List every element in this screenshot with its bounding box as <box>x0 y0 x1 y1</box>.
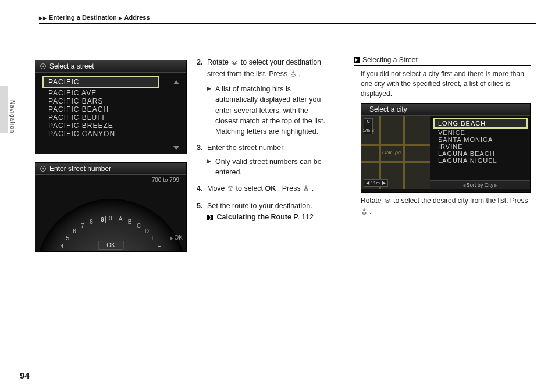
dial-char[interactable]: B <box>128 219 132 225</box>
dial-char[interactable]: 9 <box>99 216 106 223</box>
screen-title: Enter street number <box>35 163 186 175</box>
press-dial-icon <box>290 70 297 80</box>
cross-ref-page: P. 112 <box>293 213 314 221</box>
north-label: N <box>367 119 370 124</box>
step-number: 2. <box>197 57 202 67</box>
list-item[interactable]: VENICE <box>433 129 528 136</box>
scroll-indicator[interactable] <box>171 80 182 150</box>
dial-char[interactable]: A <box>119 216 123 222</box>
rotate-dial-icon <box>383 197 392 207</box>
list-item[interactable]: IRVINE <box>433 143 528 150</box>
step-3: 3. Enter the street number. Only valid s… <box>197 142 332 177</box>
step-text: Set the route to your destination. <box>207 202 312 210</box>
map-label: ONE pn <box>382 149 401 155</box>
arrow-up-icon[interactable] <box>173 80 179 84</box>
dial-char[interactable]: F <box>157 243 161 250</box>
ok-button[interactable]: OK <box>98 241 123 250</box>
press-dial-icon <box>303 184 309 195</box>
dial-char[interactable]: 0 <box>109 215 112 222</box>
mini-map[interactable]: N 1/8mi ONE pn ◀ 11mi ▶ <box>361 116 430 189</box>
input-cursor[interactable]: _ <box>44 179 48 187</box>
city-list: LONG BEACH VENICE SANTA MONICA IRVINE LA… <box>430 116 530 189</box>
road-line <box>361 161 430 163</box>
dial-char[interactable]: D <box>145 228 149 234</box>
note-icon <box>354 57 360 63</box>
svg-point-5 <box>362 212 366 215</box>
dial-char[interactable]: E <box>152 235 156 241</box>
step-2: 2. Rotate to select your destination str… <box>197 57 332 137</box>
dial-char[interactable]: C <box>137 223 141 229</box>
move-dial-icon <box>227 184 234 195</box>
screen-select-street: Select a street PACIFIC PACIFIC AVE PACI… <box>35 60 187 154</box>
triangle-icon: ▶ <box>39 16 42 21</box>
back-icon[interactable] <box>40 166 46 172</box>
arrow-down-icon[interactable] <box>173 146 179 150</box>
section-label: Navigation <box>9 100 16 133</box>
step-text: Enter the street number. <box>207 144 285 152</box>
link-icon: ❯ <box>207 215 213 220</box>
step-number: 4. <box>197 183 202 194</box>
compass-dist: 1/8mi <box>362 128 374 133</box>
svg-point-3 <box>304 189 308 191</box>
sidebar-title: Selecting a Street <box>362 56 418 64</box>
breadcrumb: ▶▶ Entering a Destination ▶ Address <box>39 14 536 24</box>
screen-enter-street-number: Enter street number 700 to 799 _ 1234567… <box>35 162 187 252</box>
road-line <box>403 116 405 189</box>
svg-point-4 <box>386 201 389 203</box>
step-text: Rotate <box>207 58 230 66</box>
svg-point-2 <box>229 186 233 188</box>
dial-char[interactable]: 8 <box>90 219 93 225</box>
sort-by-city[interactable]: Sort by City <box>430 180 530 189</box>
list-item[interactable]: LAGUNA NIGUEL <box>433 157 528 164</box>
list-item[interactable]: PACIFIC AVE <box>42 89 184 97</box>
list-item[interactable]: PACIFIC CANYON <box>42 130 184 138</box>
ok-indicator: OK <box>170 234 183 241</box>
cross-ref: Calculating the Route <box>216 213 291 221</box>
svg-point-0 <box>233 62 236 64</box>
list-item[interactable]: LAGUNA BEACH <box>433 150 528 157</box>
svg-point-1 <box>291 74 295 77</box>
screen-title-text: Enter street number <box>49 165 111 173</box>
screen-select-city: Select a city N 1/8mi ONE pn ◀ 11mi ▶ LO… <box>361 103 531 193</box>
dial-char[interactable]: 6 <box>73 228 76 234</box>
dial-char[interactable]: 5 <box>66 235 69 241</box>
triangle-icon: ▶ <box>43 16 47 21</box>
list-item[interactable]: PACIFIC BLUFF <box>42 113 184 122</box>
screen-title-text: Select a city <box>369 105 407 113</box>
page-number: 94 <box>20 370 30 380</box>
left-column: Select a street PACIFIC PACIFIC AVE PACI… <box>35 60 187 260</box>
step-text: . <box>312 184 314 193</box>
press-dial-icon <box>361 208 368 218</box>
road-line <box>361 144 430 146</box>
compass-icon: N 1/8mi <box>364 118 373 134</box>
scale-tag: ◀ 11mi ▶ <box>364 179 388 187</box>
screen-title: Select a street <box>35 60 186 73</box>
step-sub: A list of matching hits is automatically… <box>207 84 332 137</box>
dial[interactable]: 1234567890ABCDEFGHI OK <box>35 191 186 251</box>
list-item-selected[interactable]: LONG BEACH <box>433 118 528 129</box>
step-text: Move <box>207 184 227 193</box>
step-text: . <box>298 70 300 78</box>
list-item[interactable]: PACIFIC BARS <box>42 97 184 105</box>
caption-text: . <box>369 208 371 216</box>
step-5: 5. Set the route to your destination. ❯ … <box>197 201 332 222</box>
list-item[interactable]: PACIFIC BEACH <box>42 105 184 113</box>
sidebar-title-row: Selecting a Street <box>354 56 531 66</box>
city-body: N 1/8mi ONE pn ◀ 11mi ▶ LONG BEACH VENIC… <box>361 116 530 189</box>
screen-caption: Rotate to select the desired city from t… <box>361 196 531 218</box>
list-item[interactable]: PACIFIC BREEZE <box>42 122 184 130</box>
step-4: 4. Move to select OK . Press . <box>197 183 332 195</box>
step-number: 5. <box>197 201 202 211</box>
dial-char[interactable]: 7 <box>81 223 84 229</box>
section-tab <box>0 86 8 133</box>
right-sidebar: Selecting a Street If you did not select… <box>354 56 531 218</box>
instruction-steps: 2. Rotate to select your destination str… <box>197 57 332 228</box>
screen-title-text: Select a street <box>49 62 94 70</box>
dial-char[interactable]: 4 <box>61 243 64 250</box>
step-sub: Only valid street numbers can be entered… <box>207 156 332 177</box>
caption-text: to select the desired city from the list… <box>393 197 528 205</box>
list-item-selected[interactable]: PACIFIC <box>42 76 159 88</box>
back-icon[interactable] <box>40 63 46 69</box>
caption-text: Rotate <box>361 197 383 205</box>
list-item[interactable]: SANTA MONICA <box>433 136 528 143</box>
